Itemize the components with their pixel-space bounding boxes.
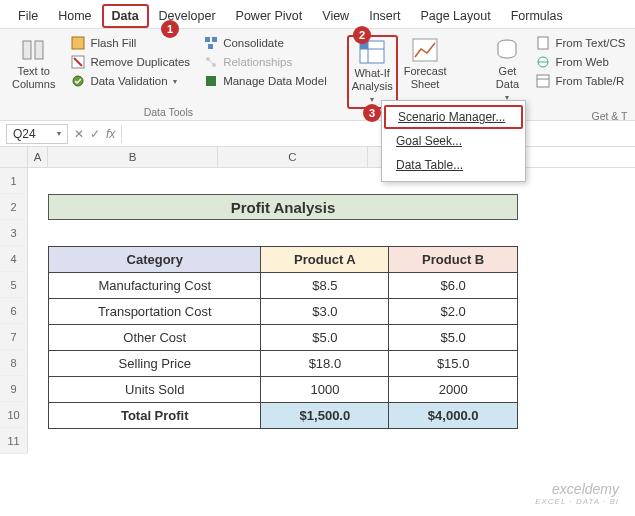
row-header[interactable]: 8: [0, 350, 28, 376]
col-header-b[interactable]: B: [48, 147, 218, 167]
get-data-icon: [494, 37, 520, 63]
hdr-product-a: Product A: [261, 247, 389, 273]
row-header[interactable]: 7: [0, 324, 28, 350]
group-get-transform: Get & T: [592, 107, 628, 122]
svg-rect-17: [413, 39, 437, 61]
row-header[interactable]: 9: [0, 376, 28, 402]
callout-3: 3: [363, 104, 381, 122]
svg-rect-7: [212, 37, 217, 42]
col-header-c[interactable]: C: [218, 147, 368, 167]
table-row: Units Sold10002000: [49, 377, 518, 403]
group-data-tools: Data Tools: [144, 103, 193, 118]
select-all-corner[interactable]: [0, 147, 28, 167]
callout-2: 2: [353, 26, 371, 44]
remove-dup-icon: [71, 55, 85, 69]
svg-rect-2: [72, 37, 84, 49]
forecast-icon: [411, 37, 439, 63]
goal-seek-item[interactable]: Goal Seek...: [382, 129, 525, 153]
consolidate-icon: [204, 36, 218, 50]
row-header[interactable]: 1: [0, 168, 28, 194]
manage-data-model-button[interactable]: Manage Data Model: [202, 73, 329, 89]
tab-pagelayout[interactable]: Page Layout: [410, 4, 500, 28]
scenario-manager-item[interactable]: Scenario Manager...: [384, 105, 523, 129]
enter-icon[interactable]: ✓: [90, 127, 100, 141]
row-header[interactable]: 4: [0, 246, 28, 272]
flash-fill-icon: [71, 36, 85, 50]
formula-bar: Q24▾ ✕✓fx: [0, 121, 635, 147]
row-header[interactable]: 11: [0, 428, 28, 454]
tab-home[interactable]: Home: [48, 4, 101, 28]
text-to-columns-button[interactable]: Text to Columns: [8, 35, 59, 93]
data-table-item[interactable]: Data Table...: [382, 153, 525, 177]
tab-developer[interactable]: Developer: [149, 4, 226, 28]
table-row: Selling Price$18.0$15.0: [49, 351, 518, 377]
table-row: Other Cost$5.0$5.0: [49, 325, 518, 351]
hdr-product-b: Product B: [389, 247, 518, 273]
svg-rect-1: [35, 41, 43, 59]
fx-icon[interactable]: fx: [106, 127, 115, 141]
svg-rect-12: [206, 76, 216, 86]
svg-rect-8: [208, 44, 213, 49]
row-header[interactable]: 5: [0, 272, 28, 298]
table-range-icon: [536, 74, 550, 88]
data-model-icon: [204, 74, 218, 88]
row-header[interactable]: 10: [0, 402, 28, 428]
relationships-button[interactable]: Relationships: [202, 54, 329, 70]
svg-rect-19: [538, 37, 548, 49]
svg-line-11: [208, 59, 214, 65]
get-data-button[interactable]: Get Data▾: [490, 35, 524, 105]
data-val-icon: [71, 74, 85, 88]
cell-grid[interactable]: Profit Analysis CategoryProduct AProduct…: [28, 168, 528, 454]
svg-rect-0: [23, 41, 31, 59]
tab-powerpivot[interactable]: Power Pivot: [226, 4, 313, 28]
column-headers: A B C D: [0, 147, 635, 168]
consolidate-button[interactable]: Consolidate: [202, 35, 329, 51]
table-row: Transportation Cost$3.0$2.0: [49, 299, 518, 325]
row-headers: 1 2 3 4 5 6 7 8 9 10 11: [0, 168, 28, 454]
tab-formulas[interactable]: Formulas: [501, 4, 573, 28]
data-table: CategoryProduct AProduct B Manufacturing…: [48, 246, 518, 429]
tab-file[interactable]: File: [8, 4, 48, 28]
text-csv-icon: [536, 36, 550, 50]
from-web-button[interactable]: From Web: [534, 54, 627, 70]
relationships-icon: [204, 55, 218, 69]
svg-rect-6: [205, 37, 210, 42]
ribbon-tabs: File Home Data Developer Power Pivot Vie…: [0, 0, 635, 29]
tab-data[interactable]: Data: [102, 4, 149, 28]
tab-insert[interactable]: Insert: [359, 4, 410, 28]
flash-fill-button[interactable]: Flash Fill: [69, 35, 192, 51]
name-box[interactable]: Q24▾: [6, 124, 68, 144]
from-text-csv-button[interactable]: From Text/CS: [534, 35, 627, 51]
forecast-sheet-button[interactable]: Forecast Sheet: [400, 35, 451, 93]
cancel-icon[interactable]: ✕: [74, 127, 84, 141]
sheet-title: Profit Analysis: [48, 194, 518, 220]
text-to-columns-icon: [21, 37, 47, 63]
what-if-analysis-button[interactable]: What-If Analysis▾: [347, 35, 398, 109]
from-table-range-button[interactable]: From Table/R: [534, 73, 627, 89]
col-header-a[interactable]: A: [28, 147, 48, 167]
web-icon: [536, 55, 550, 69]
row-header[interactable]: 3: [0, 220, 28, 246]
hdr-category: Category: [49, 247, 261, 273]
fx-controls: ✕✓fx: [74, 127, 115, 141]
svg-rect-22: [537, 75, 549, 87]
watermark: exceldemy EXCEL · DATA · BI: [535, 481, 619, 506]
table-row: Manufacturing Cost$8.5$6.0: [49, 273, 518, 299]
data-validation-button[interactable]: Data Validation▾: [69, 73, 192, 89]
remove-duplicates-button[interactable]: Remove Duplicates: [69, 54, 192, 70]
whatif-dropdown: Scenario Manager... Goal Seek... Data Ta…: [381, 100, 526, 182]
row-header[interactable]: 6: [0, 298, 28, 324]
total-row: Total Profit$1,500.0$4,000.0: [49, 403, 518, 429]
row-header[interactable]: 2: [0, 194, 28, 220]
callout-1: 1: [161, 20, 179, 38]
ribbon: Text to Columns Flash Fill Remove Duplic…: [0, 29, 635, 121]
tab-view[interactable]: View: [312, 4, 359, 28]
